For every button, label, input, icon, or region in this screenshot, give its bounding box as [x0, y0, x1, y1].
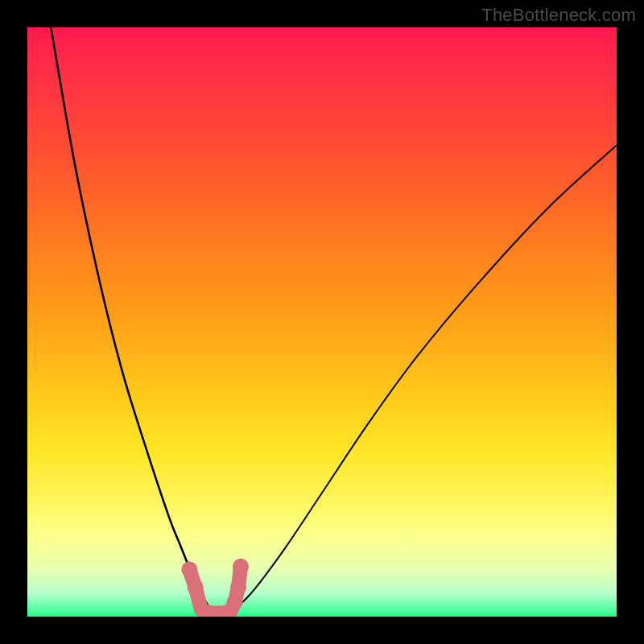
valley-marker-dot [230, 579, 246, 595]
watermark-text: TheBottleneck.com [481, 5, 636, 26]
marker-layer [181, 559, 249, 613]
valley-marker-dot [181, 561, 197, 577]
chart-frame: TheBottleneck.com [0, 0, 644, 644]
right-curve [222, 145, 617, 614]
curve-layer [51, 27, 617, 615]
valley-marker-dot [188, 579, 204, 595]
curves-svg [27, 27, 617, 617]
plot-area [27, 27, 617, 617]
valley-marker-dot [233, 559, 249, 575]
left-curve [51, 27, 221, 615]
valley-marker-dot [227, 594, 243, 610]
